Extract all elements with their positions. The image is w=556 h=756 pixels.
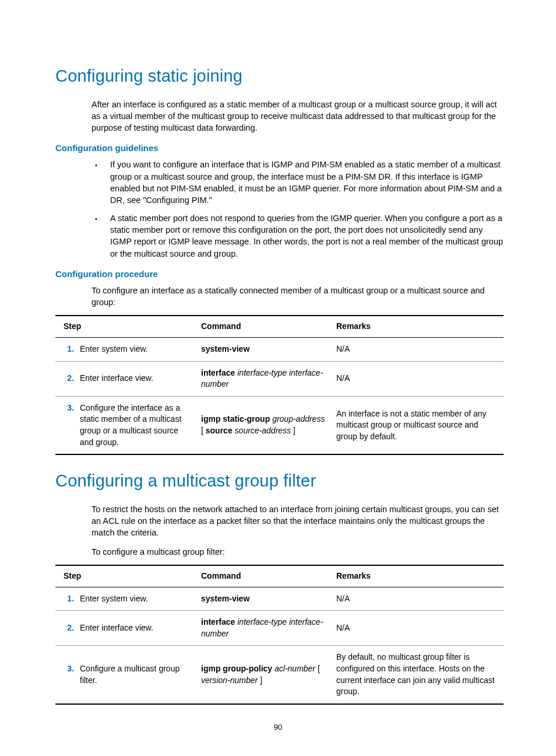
table-row: 2.Enter interface view.interface interfa…: [55, 361, 504, 396]
intro-paragraph: To restrict the hosts on the network att…: [55, 503, 504, 539]
step-description: Configure the interface as a static memb…: [80, 402, 192, 448]
remarks-cell: An interface is not a static member of a…: [333, 396, 504, 454]
step-cell: 1.Enter system view.: [55, 338, 198, 362]
step-cell: 1.Enter system view.: [55, 587, 198, 611]
remarks-cell: N/A: [333, 587, 504, 611]
step-description: Configure a multicast group filter.: [80, 663, 192, 686]
step-cell: 3.Configure the interface as a static me…: [55, 396, 198, 454]
step-number: 2.: [59, 373, 80, 384]
procedure-table-1: Step Command Remarks 1.Enter system view…: [55, 315, 504, 455]
step-number: 3.: [59, 402, 80, 414]
command-cell: interface interface-type interface-numbe…: [198, 361, 333, 396]
list-item: If you want to configure an interface th…: [92, 159, 504, 206]
remarks-cell: N/A: [333, 361, 504, 396]
step-cell: 3.Configure a multicast group filter.: [55, 646, 198, 704]
page-number: 90: [0, 722, 556, 733]
command-cell: system-view: [198, 338, 333, 362]
intro-paragraph: To configure a multicast group filter:: [55, 546, 504, 558]
step-description: Enter interface view.: [80, 622, 192, 634]
step-number: 1.: [59, 593, 80, 605]
remarks-cell: N/A: [333, 338, 504, 362]
table-row: 3.Configure a multicast group filter.igm…: [55, 646, 504, 704]
intro-paragraph: After an interface is configured as a st…: [55, 99, 504, 134]
command-cell: interface interface-type interface-numbe…: [198, 611, 333, 646]
heading-group-filter: Configuring a multicast group filter: [55, 469, 504, 493]
remarks-cell: N/A: [333, 611, 504, 646]
step-cell: 2.Enter interface view.: [55, 611, 198, 646]
subheading-procedure: Configuration procedure: [55, 268, 504, 280]
page: Configuring static joining After an inte…: [0, 0, 556, 756]
command-cell: igmp group-policy acl-number [ version-n…: [198, 646, 333, 704]
table-row: 1.Enter system view.system-viewN/A: [55, 587, 504, 611]
step-number: 3.: [59, 663, 80, 675]
th-command: Command: [198, 565, 333, 587]
table-row: 1.Enter system view.system-viewN/A: [55, 338, 504, 362]
procedure-intro: To configure an interface as a staticall…: [55, 285, 504, 309]
guidelines-list: If you want to configure an interface th…: [55, 159, 504, 259]
procedure-table-2: Step Command Remarks 1.Enter system view…: [55, 565, 504, 705]
step-description: Enter system view.: [80, 344, 192, 355]
table-row: 2.Enter interface view.interface interfa…: [55, 611, 504, 646]
heading-static-joining: Configuring static joining: [55, 64, 504, 88]
step-description: Enter system view.: [80, 593, 192, 605]
remarks-cell: By default, no multicast group filter is…: [333, 646, 504, 704]
step-number: 2.: [59, 622, 80, 634]
subheading-guidelines: Configuration guidelines: [55, 142, 504, 154]
th-step: Step: [55, 565, 198, 587]
step-number: 1.: [59, 344, 80, 355]
th-command: Command: [198, 316, 333, 337]
table-row: 3.Configure the interface as a static me…: [55, 396, 504, 454]
th-remarks: Remarks: [333, 316, 504, 337]
step-cell: 2.Enter interface view.: [55, 361, 198, 396]
list-item: A static member port does not respond to…: [92, 212, 504, 260]
th-step: Step: [55, 316, 198, 337]
command-cell: system-view: [198, 587, 333, 611]
step-description: Enter interface view.: [80, 373, 192, 384]
th-remarks: Remarks: [333, 565, 504, 587]
command-cell: igmp static-group group-address [ source…: [198, 396, 333, 454]
